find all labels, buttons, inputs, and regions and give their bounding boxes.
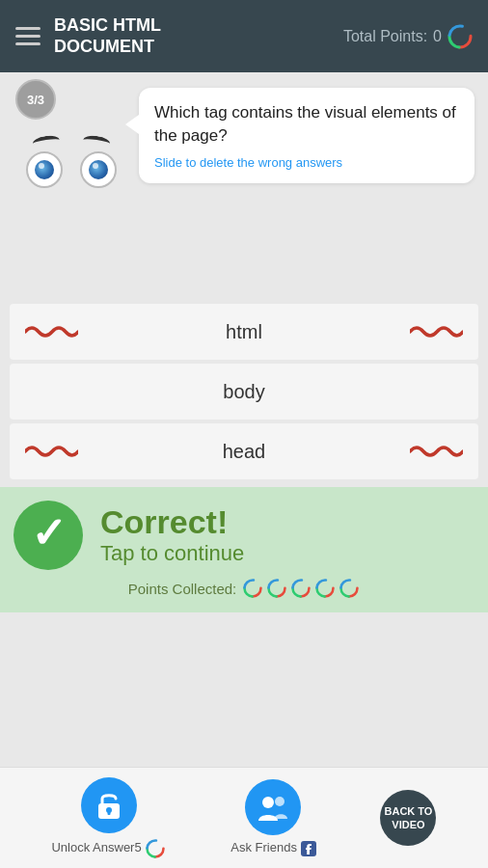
ask-friends-icon [257, 794, 289, 821]
right-eyebrow-icon [82, 134, 110, 149]
check-circle-icon: ✓ [14, 501, 83, 570]
spinner-icons [242, 578, 360, 599]
menu-icon[interactable] [15, 27, 41, 45]
eyebrows [14, 136, 129, 148]
points-area: Total Points: 0 [343, 24, 473, 49]
correct-banner[interactable]: ✓ Correct! Tap to continue Points Collec… [0, 487, 488, 612]
hint-text: Slide to delete the wrong answers [154, 155, 459, 170]
unlock-icon [95, 790, 123, 821]
back-to-video-button[interactable]: BACK TO VIDEO [380, 790, 436, 846]
speech-bubble: Which tag contains the visual elements o… [139, 88, 474, 183]
header: BASIC HTML DOCUMENT Total Points: 0 [0, 0, 488, 72]
unlock-label: Unlock Answer5 [51, 838, 166, 859]
left-eye-icon [26, 151, 63, 188]
correct-texts: Correct! Tap to continue [100, 504, 244, 565]
svg-rect-20 [107, 810, 110, 815]
spinner1-icon [242, 578, 263, 599]
ask-friends-label: Ask Friends [230, 840, 315, 856]
back-to-video-circle[interactable]: BACK TO VIDEO [380, 790, 436, 846]
right-eye-icon [80, 151, 117, 188]
points-collected-row: Points Collected: [128, 578, 361, 599]
points-value: 0 [433, 28, 442, 45]
squiggle-left2-icon [25, 441, 78, 462]
svg-point-24 [262, 797, 274, 808]
answer-html-text: html [226, 321, 262, 343]
character-area: Which tag contains the visual elements o… [0, 72, 488, 304]
tap-continue-label: Tap to continue [100, 541, 244, 566]
unlock-button[interactable]: Unlock Answer5 [51, 777, 166, 859]
unlock-circle[interactable] [81, 777, 137, 833]
squiggle-right-icon [410, 321, 463, 342]
points-label: Total Points: [343, 28, 427, 45]
facebook-icon [301, 841, 316, 856]
unlock-spinner-icon [145, 838, 166, 859]
eyes [14, 151, 129, 188]
checkmark-icon: ✓ [31, 512, 67, 555]
progress-badge: 3/3 [15, 79, 56, 120]
correct-label: Correct! [100, 504, 244, 540]
app-title: BASIC HTML DOCUMENT [54, 15, 161, 57]
squiggle-left-icon [25, 321, 78, 342]
spinner3-icon [290, 578, 312, 599]
left-pupil [35, 160, 54, 179]
correct-top: ✓ Correct! Tap to continue [14, 501, 474, 570]
answers-area: html body head [0, 304, 488, 479]
spinner5-icon [339, 578, 360, 599]
points-spinner-icon [447, 24, 473, 49]
answer-head-text: head [223, 441, 266, 463]
answer-body-text: body [223, 381, 264, 403]
answer-body[interactable]: body [10, 364, 478, 420]
right-pupil [89, 160, 108, 179]
ask-friends-circle[interactable] [245, 779, 301, 835]
answer-head[interactable]: head [10, 423, 478, 479]
spinner2-icon [266, 578, 287, 599]
header-left: BASIC HTML DOCUMENT [15, 15, 161, 57]
bottom-bar: Unlock Answer5 Ask Friends [0, 767, 488, 868]
spinner4-icon [314, 578, 336, 599]
ask-friends-button[interactable]: Ask Friends [230, 779, 315, 856]
points-collected-label: Points Collected: [128, 581, 237, 597]
svg-point-25 [275, 797, 285, 806]
squiggle-right2-icon [410, 441, 463, 462]
left-eyebrow-icon [32, 134, 60, 149]
answer-html[interactable]: html [10, 304, 478, 360]
back-to-video-label: BACK TO VIDEO [380, 804, 436, 832]
character [14, 136, 129, 188]
question-text: Which tag contains the visual elements o… [154, 101, 459, 148]
